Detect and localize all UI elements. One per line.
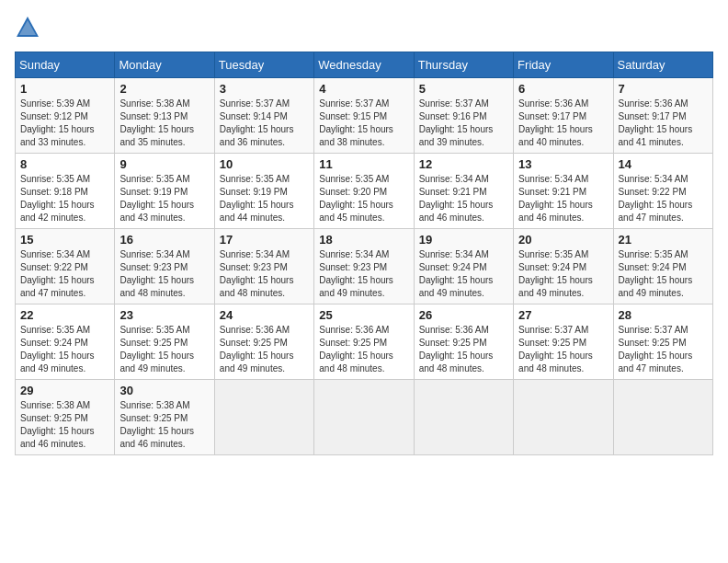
day-info: Sunrise: 5:37 AMSunset: 9:14 PMDaylight:… xyxy=(220,98,309,149)
calendar-cell: 18 Sunrise: 5:34 AMSunset: 9:23 PMDaylig… xyxy=(314,229,414,304)
calendar-cell: 10 Sunrise: 5:35 AMSunset: 9:19 PMDaylig… xyxy=(214,154,313,229)
calendar-cell xyxy=(214,380,313,455)
day-info: Sunrise: 5:37 AMSunset: 9:16 PMDaylight:… xyxy=(419,98,508,149)
day-number: 2 xyxy=(119,82,209,96)
day-number: 5 xyxy=(419,82,508,96)
day-number: 17 xyxy=(220,233,309,247)
day-number: 11 xyxy=(319,157,408,171)
day-info: Sunrise: 5:38 AMSunset: 9:25 PMDaylight:… xyxy=(20,399,109,451)
calendar-cell: 16 Sunrise: 5:34 AMSunset: 9:23 PMDaylig… xyxy=(115,229,214,304)
calendar-cell: 1 Sunrise: 5:39 AMSunset: 9:12 PMDayligh… xyxy=(16,78,115,154)
day-number: 30 xyxy=(119,384,209,397)
calendar-cell: 15 Sunrise: 5:34 AMSunset: 9:22 PMDaylig… xyxy=(16,229,115,304)
day-number: 12 xyxy=(419,157,508,171)
day-info: Sunrise: 5:35 AMSunset: 9:24 PMDaylight:… xyxy=(518,248,608,300)
day-number: 25 xyxy=(319,308,408,322)
day-info: Sunrise: 5:35 AMSunset: 9:18 PMDaylight:… xyxy=(20,173,109,224)
calendar-cell: 7 Sunrise: 5:36 AMSunset: 9:17 PMDayligh… xyxy=(613,78,712,154)
day-info: Sunrise: 5:38 AMSunset: 9:13 PMDaylight:… xyxy=(119,98,209,149)
day-info: Sunrise: 5:34 AMSunset: 9:23 PMDaylight:… xyxy=(119,248,209,300)
calendar-cell: 29 Sunrise: 5:38 AMSunset: 9:25 PMDaylig… xyxy=(16,380,115,455)
calendar-cell: 27 Sunrise: 5:37 AMSunset: 9:25 PMDaylig… xyxy=(514,304,613,380)
calendar-week-row: 1 Sunrise: 5:39 AMSunset: 9:12 PMDayligh… xyxy=(16,78,713,154)
day-number: 18 xyxy=(319,233,408,247)
calendar-cell: 25 Sunrise: 5:36 AMSunset: 9:25 PMDaylig… xyxy=(314,304,414,380)
calendar-week-row: 8 Sunrise: 5:35 AMSunset: 9:18 PMDayligh… xyxy=(16,154,713,229)
day-number: 29 xyxy=(20,384,109,397)
calendar-cell: 22 Sunrise: 5:35 AMSunset: 9:24 PMDaylig… xyxy=(16,304,115,380)
day-number: 24 xyxy=(220,308,309,322)
day-info: Sunrise: 5:37 AMSunset: 9:15 PMDaylight:… xyxy=(319,98,408,149)
day-info: Sunrise: 5:34 AMSunset: 9:21 PMDaylight:… xyxy=(419,173,508,224)
header-row: SundayMondayTuesdayWednesdayThursdayFrid… xyxy=(16,52,713,78)
day-number: 1 xyxy=(20,82,109,96)
calendar-week-row: 15 Sunrise: 5:34 AMSunset: 9:22 PMDaylig… xyxy=(16,229,713,304)
day-number: 21 xyxy=(619,233,708,247)
day-number: 10 xyxy=(220,157,309,171)
calendar-cell: 5 Sunrise: 5:37 AMSunset: 9:16 PMDayligh… xyxy=(414,78,513,154)
day-number: 27 xyxy=(518,308,608,322)
day-number: 23 xyxy=(119,308,209,322)
day-info: Sunrise: 5:36 AMSunset: 9:25 PMDaylight:… xyxy=(419,324,508,375)
calendar-cell: 17 Sunrise: 5:34 AMSunset: 9:23 PMDaylig… xyxy=(214,229,313,304)
day-info: Sunrise: 5:35 AMSunset: 9:24 PMDaylight:… xyxy=(20,324,109,375)
day-number: 7 xyxy=(619,82,708,96)
logo xyxy=(15,15,44,40)
day-info: Sunrise: 5:36 AMSunset: 9:17 PMDaylight:… xyxy=(518,98,608,149)
calendar-cell: 21 Sunrise: 5:35 AMSunset: 9:24 PMDaylig… xyxy=(613,229,712,304)
header-day-friday: Friday xyxy=(514,52,613,78)
calendar-cell: 9 Sunrise: 5:35 AMSunset: 9:19 PMDayligh… xyxy=(115,154,214,229)
calendar-week-row: 22 Sunrise: 5:35 AMSunset: 9:24 PMDaylig… xyxy=(16,304,713,380)
calendar-cell: 14 Sunrise: 5:34 AMSunset: 9:22 PMDaylig… xyxy=(613,154,712,229)
day-number: 28 xyxy=(619,308,708,322)
header-day-sunday: Sunday xyxy=(16,52,115,78)
day-number: 3 xyxy=(220,82,309,96)
day-number: 16 xyxy=(119,233,209,247)
calendar-cell: 2 Sunrise: 5:38 AMSunset: 9:13 PMDayligh… xyxy=(115,78,214,154)
day-info: Sunrise: 5:38 AMSunset: 9:25 PMDaylight:… xyxy=(119,399,209,451)
calendar-cell: 11 Sunrise: 5:35 AMSunset: 9:20 PMDaylig… xyxy=(314,154,414,229)
day-number: 9 xyxy=(119,157,209,171)
day-number: 19 xyxy=(419,233,508,247)
calendar-week-row: 29 Sunrise: 5:38 AMSunset: 9:25 PMDaylig… xyxy=(16,380,713,455)
calendar-cell xyxy=(514,380,613,455)
logo-icon xyxy=(15,15,40,40)
day-info: Sunrise: 5:35 AMSunset: 9:25 PMDaylight:… xyxy=(119,324,209,375)
calendar-cell: 3 Sunrise: 5:37 AMSunset: 9:14 PMDayligh… xyxy=(214,78,313,154)
calendar-cell: 26 Sunrise: 5:36 AMSunset: 9:25 PMDaylig… xyxy=(414,304,513,380)
calendar-cell: 28 Sunrise: 5:37 AMSunset: 9:25 PMDaylig… xyxy=(613,304,712,380)
calendar-header: SundayMondayTuesdayWednesdayThursdayFrid… xyxy=(16,52,713,78)
header-day-saturday: Saturday xyxy=(613,52,712,78)
calendar-cell: 12 Sunrise: 5:34 AMSunset: 9:21 PMDaylig… xyxy=(414,154,513,229)
day-info: Sunrise: 5:35 AMSunset: 9:20 PMDaylight:… xyxy=(319,173,408,224)
day-info: Sunrise: 5:34 AMSunset: 9:24 PMDaylight:… xyxy=(419,248,508,300)
calendar-cell xyxy=(414,380,513,455)
day-number: 26 xyxy=(419,308,508,322)
calendar-cell xyxy=(613,380,712,455)
calendar-cell: 19 Sunrise: 5:34 AMSunset: 9:24 PMDaylig… xyxy=(414,229,513,304)
header-day-tuesday: Tuesday xyxy=(214,52,313,78)
calendar-cell: 6 Sunrise: 5:36 AMSunset: 9:17 PMDayligh… xyxy=(514,78,613,154)
day-number: 8 xyxy=(20,157,109,171)
day-number: 22 xyxy=(20,308,109,322)
day-info: Sunrise: 5:34 AMSunset: 9:22 PMDaylight:… xyxy=(20,248,109,300)
calendar-cell: 23 Sunrise: 5:35 AMSunset: 9:25 PMDaylig… xyxy=(115,304,214,380)
day-info: Sunrise: 5:35 AMSunset: 9:19 PMDaylight:… xyxy=(119,173,209,224)
calendar-table: SundayMondayTuesdayWednesdayThursdayFrid… xyxy=(15,52,713,455)
calendar-cell: 4 Sunrise: 5:37 AMSunset: 9:15 PMDayligh… xyxy=(314,78,414,154)
day-info: Sunrise: 5:34 AMSunset: 9:21 PMDaylight:… xyxy=(518,173,608,224)
day-info: Sunrise: 5:39 AMSunset: 9:12 PMDaylight:… xyxy=(20,98,109,149)
day-info: Sunrise: 5:34 AMSunset: 9:23 PMDaylight:… xyxy=(220,248,309,300)
day-info: Sunrise: 5:36 AMSunset: 9:17 PMDaylight:… xyxy=(619,98,708,149)
day-info: Sunrise: 5:36 AMSunset: 9:25 PMDaylight:… xyxy=(319,324,408,375)
day-number: 13 xyxy=(518,157,608,171)
day-info: Sunrise: 5:37 AMSunset: 9:25 PMDaylight:… xyxy=(619,324,708,375)
day-info: Sunrise: 5:34 AMSunset: 9:22 PMDaylight:… xyxy=(619,173,708,224)
day-number: 6 xyxy=(518,82,608,96)
day-number: 20 xyxy=(518,233,608,247)
day-info: Sunrise: 5:35 AMSunset: 9:19 PMDaylight:… xyxy=(220,173,309,224)
calendar-cell: 24 Sunrise: 5:36 AMSunset: 9:25 PMDaylig… xyxy=(214,304,313,380)
header-day-monday: Monday xyxy=(115,52,214,78)
day-info: Sunrise: 5:36 AMSunset: 9:25 PMDaylight:… xyxy=(220,324,309,375)
calendar-body: 1 Sunrise: 5:39 AMSunset: 9:12 PMDayligh… xyxy=(16,78,713,455)
